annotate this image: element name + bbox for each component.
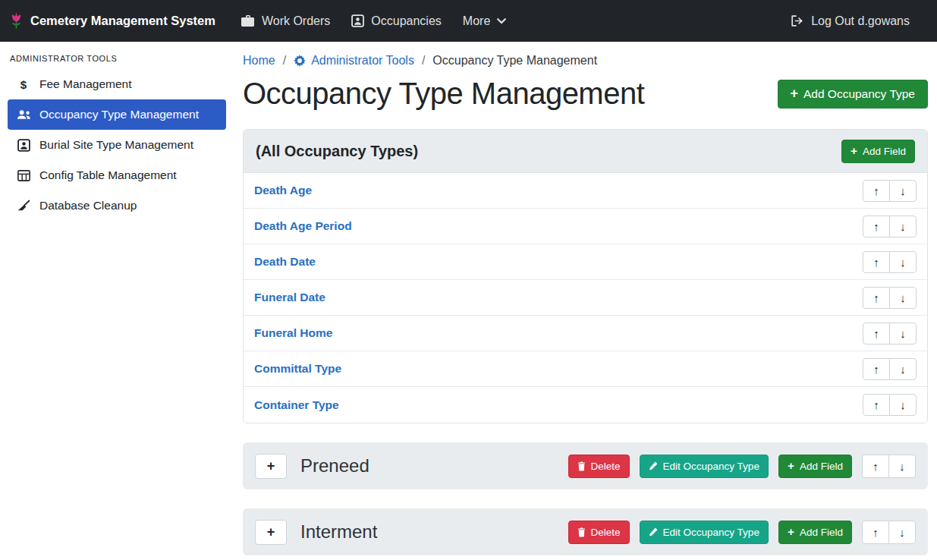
add-occupancy-type-button[interactable]: + Add Occupancy Type xyxy=(778,80,928,109)
top-navbar: Cemetery Management System Work Orders O… xyxy=(0,0,937,42)
sidebar-item-occupancy-type-management[interactable]: Occupancy Type Management xyxy=(8,99,226,130)
move-up-button[interactable]: ↑ xyxy=(863,358,890,380)
add-field-button[interactable]: + Add Field xyxy=(778,521,852,544)
move-up-button[interactable]: ↑ xyxy=(863,322,890,344)
move-down-button[interactable]: ↓ xyxy=(888,455,916,478)
up-arrow-icon: ↑ xyxy=(873,398,879,411)
plus-icon: + xyxy=(788,460,794,472)
sidebar-item-burial-site-type-management[interactable]: Burial Site Type Management xyxy=(8,130,226,160)
edit-occupancy-type-label: Edit Occupancy Type xyxy=(663,527,759,538)
trash-icon xyxy=(577,527,586,537)
move-down-button[interactable]: ↓ xyxy=(889,394,917,416)
move-down-button[interactable]: ↓ xyxy=(888,521,916,544)
plus-icon: + xyxy=(267,458,275,474)
reorder-buttons: ↑ ↓ xyxy=(862,521,916,544)
all-occupancy-types-title: (All Occupancy Types) xyxy=(256,143,418,160)
plus-icon: + xyxy=(788,526,794,538)
field-row: Death Date ↑ ↓ xyxy=(244,244,927,280)
plus-icon: + xyxy=(267,524,275,540)
field-row: Death Age ↑ ↓ xyxy=(244,173,927,209)
chevron-down-icon xyxy=(497,18,506,24)
person-box-icon xyxy=(16,139,31,152)
field-link-container-type[interactable]: Container Type xyxy=(254,398,339,412)
toolbox-icon xyxy=(241,15,255,27)
down-arrow-icon: ↓ xyxy=(900,363,906,376)
nav-occupancies[interactable]: Occupancies xyxy=(341,8,452,34)
nav-more[interactable]: More xyxy=(452,8,517,34)
move-down-button[interactable]: ↓ xyxy=(889,180,917,202)
sidebar-item-fee-management[interactable]: $ Fee Management xyxy=(8,69,226,99)
main-nav: Work Orders Occupancies More xyxy=(231,8,517,34)
move-up-button[interactable]: ↑ xyxy=(862,455,889,478)
app-title: Cemetery Management System xyxy=(30,14,215,28)
nav-work-orders[interactable]: Work Orders xyxy=(231,8,341,34)
breadcrumb-admin-tools[interactable]: Administrator Tools xyxy=(294,54,414,68)
breadcrumb-home[interactable]: Home xyxy=(243,54,275,68)
move-up-button[interactable]: ↑ xyxy=(863,180,890,202)
add-field-button[interactable]: + Add Field xyxy=(778,455,852,478)
down-arrow-icon: ↓ xyxy=(900,398,906,411)
all-occupancy-types-card: (All Occupancy Types) + Add Field Death … xyxy=(243,129,928,423)
edit-occupancy-type-button[interactable]: Edit Occupancy Type xyxy=(640,521,769,544)
table-icon xyxy=(16,170,31,181)
move-up-button[interactable]: ↑ xyxy=(863,287,890,309)
field-link-committal-type[interactable]: Committal Type xyxy=(254,362,341,376)
down-arrow-icon: ↓ xyxy=(900,256,906,269)
edit-occupancy-type-button[interactable]: Edit Occupancy Type xyxy=(640,455,769,478)
down-arrow-icon: ↓ xyxy=(899,526,905,539)
main-content: Home / Administrator Tools / Occupancy T… xyxy=(234,42,937,560)
sidebar-item-config-table-management[interactable]: Config Table Management xyxy=(8,160,226,190)
field-link-funeral-date[interactable]: Funeral Date xyxy=(254,291,325,304)
plus-icon: + xyxy=(791,87,798,101)
sidebar-heading: Administrator Tools xyxy=(0,46,234,69)
nav-work-orders-label: Work Orders xyxy=(262,14,330,28)
sidebar-item-database-cleanup[interactable]: Database Cleanup xyxy=(8,190,226,221)
field-row: Death Age Period ↑ ↓ xyxy=(244,209,927,244)
move-down-button[interactable]: ↓ xyxy=(889,287,917,309)
field-link-funeral-home[interactable]: Funeral Home xyxy=(254,326,332,340)
down-arrow-icon: ↓ xyxy=(900,327,906,340)
add-field-button[interactable]: + Add Field xyxy=(841,140,915,163)
reorder-buttons: ↑ ↓ xyxy=(863,358,917,380)
sidebar: Administrator Tools $ Fee Management Occ… xyxy=(0,42,234,560)
field-row: Container Type ↑ ↓ xyxy=(244,387,927,423)
field-link-death-date[interactable]: Death Date xyxy=(254,255,316,269)
move-down-button[interactable]: ↓ xyxy=(889,251,917,273)
flower-logo-icon xyxy=(9,11,24,31)
pencil-icon xyxy=(649,527,658,536)
logout-button[interactable]: Log Out d.gowans xyxy=(780,8,920,34)
nav-more-label: More xyxy=(463,14,490,28)
add-field-label: Add Field xyxy=(863,146,906,157)
up-arrow-icon: ↑ xyxy=(873,291,879,304)
move-up-button[interactable]: ↑ xyxy=(862,521,889,544)
field-link-death-age[interactable]: Death Age xyxy=(254,184,312,197)
move-up-button[interactable]: ↑ xyxy=(863,394,890,416)
reorder-buttons: ↑ ↓ xyxy=(863,322,917,344)
reorder-buttons: ↑ ↓ xyxy=(862,455,916,478)
up-arrow-icon: ↑ xyxy=(873,256,879,269)
breadcrumb-separator: / xyxy=(283,54,286,68)
delete-button[interactable]: Delete xyxy=(568,455,630,478)
move-up-button[interactable]: ↑ xyxy=(863,216,890,238)
down-arrow-icon: ↓ xyxy=(900,291,906,304)
move-up-button[interactable]: ↑ xyxy=(863,251,890,273)
title-row: Occupancy Type Management + Add Occupanc… xyxy=(243,77,928,111)
app-brand[interactable]: Cemetery Management System xyxy=(9,11,215,31)
sidebar-item-label: Burial Site Type Management xyxy=(39,138,193,152)
move-down-button[interactable]: ↓ xyxy=(889,216,917,238)
breadcrumb: Home / Administrator Tools / Occupancy T… xyxy=(243,54,928,68)
expand-button[interactable]: + xyxy=(255,454,287,479)
field-link-death-age-period[interactable]: Death Age Period xyxy=(254,219,352,233)
delete-button[interactable]: Delete xyxy=(568,521,630,544)
breadcrumb-separator: / xyxy=(422,54,425,68)
delete-label: Delete xyxy=(591,527,621,538)
move-down-button[interactable]: ↓ xyxy=(889,322,917,344)
trash-icon xyxy=(577,461,586,471)
add-occupancy-type-label: Add Occupancy Type xyxy=(803,87,915,101)
section-actions: Delete Edit Occupancy Type + Add Field ↑… xyxy=(568,455,916,478)
pencil-icon xyxy=(649,461,658,470)
reorder-buttons: ↑ ↓ xyxy=(863,394,917,416)
down-arrow-icon: ↓ xyxy=(900,184,906,197)
move-down-button[interactable]: ↓ xyxy=(889,358,917,380)
expand-button[interactable]: + xyxy=(255,520,287,545)
